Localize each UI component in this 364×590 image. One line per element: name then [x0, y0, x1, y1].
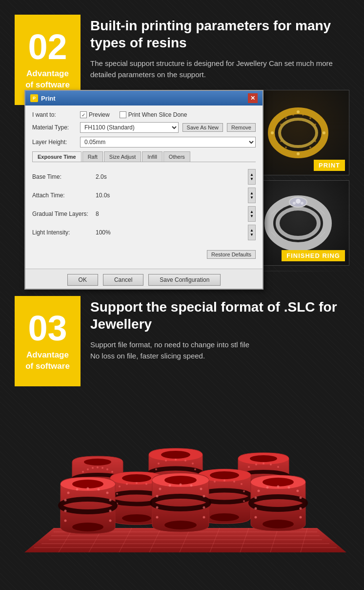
svg-point-139 [203, 516, 205, 519]
svg-point-64 [165, 460, 167, 462]
svg-point-76 [255, 464, 257, 465]
svg-point-137 [203, 506, 205, 509]
svg-point-110 [72, 523, 103, 531]
svg-point-65 [175, 459, 177, 461]
section-02-title: Built-in printing parameters for many ty… [90, 17, 349, 51]
remove-button[interactable]: Remove [227, 123, 256, 132]
param-attachtime-spinner[interactable]: ▲▼ [248, 188, 256, 203]
param-basetime-label: Base Time: [32, 173, 96, 180]
param-gradual-label: Gradual Time Layers: [32, 211, 96, 217]
svg-point-12 [309, 147, 311, 148]
svg-point-130 [169, 485, 171, 487]
svg-point-114 [76, 488, 79, 491]
layer-height-label: Layer Height: [32, 139, 76, 146]
svg-point-5 [323, 131, 325, 134]
tab-others[interactable]: Others [163, 151, 190, 162]
svg-point-17 [278, 209, 319, 238]
print-dialog: P Print ✕ I want to: ✓ Preview Print Whe… [24, 90, 263, 290]
svg-point-1 [280, 119, 317, 147]
print-label: PRINT [314, 160, 345, 171]
svg-point-20 [293, 202, 296, 205]
svg-point-142 [263, 520, 294, 528]
svg-point-46 [82, 471, 84, 473]
section-02-desc: The special support structure is designe… [90, 58, 349, 80]
print-when-done-checkbox[interactable]: Print When Slice Done [120, 111, 187, 118]
svg-point-21 [301, 202, 303, 205]
svg-point-79 [277, 466, 279, 468]
svg-point-136 [156, 506, 159, 509]
svg-point-11 [314, 140, 316, 142]
param-basetime-spinner[interactable]: ▲▼ [248, 169, 256, 185]
tab-size-adjust[interactable]: Size Adjust [104, 151, 141, 162]
svg-point-48 [92, 467, 94, 469]
svg-point-10 [314, 124, 316, 126]
material-select[interactable]: FH1100 (Standard) [80, 122, 179, 133]
tab-raft[interactable]: Raft [82, 151, 103, 162]
svg-point-90 [116, 493, 118, 495]
svg-point-121 [109, 510, 112, 512]
svg-point-149 [297, 490, 299, 492]
svg-point-2 [297, 110, 300, 113]
svg-point-87 [136, 482, 138, 484]
svg-point-45 [84, 459, 111, 465]
svg-point-51 [106, 468, 108, 470]
svg-point-47 [87, 468, 89, 470]
svg-point-105 [243, 490, 245, 492]
save-configuration-button[interactable]: Save Configuration [148, 274, 221, 286]
save-as-new-button[interactable]: Save As New [182, 123, 223, 132]
svg-point-100 [214, 481, 216, 483]
svg-point-97 [210, 471, 239, 479]
red-rings-svg [15, 386, 356, 567]
param-row-light: Light Intensity: 100% ▲▼ [32, 225, 256, 240]
svg-point-138 [156, 516, 159, 519]
section-03-desc: Support file format, no need to change i… [90, 339, 349, 361]
svg-point-52 [111, 471, 113, 473]
svg-point-116 [98, 488, 100, 491]
dialog-row-iwantto: I want to: ✓ Preview Print When Slice Do… [32, 111, 256, 118]
svg-point-135 [203, 495, 205, 498]
svg-point-69 [194, 468, 196, 470]
param-light-spinner[interactable]: ▲▼ [248, 225, 256, 240]
svg-point-8 [302, 114, 304, 116]
section-03-title: Support the special format of .SLC for J… [90, 298, 349, 333]
svg-point-126 [164, 521, 197, 529]
param-row-gradual: Gradual Time Layers: 8 ▲▼ [32, 206, 256, 222]
badge-label-02: Advantageof software [21, 68, 74, 90]
param-basetime-value: 2.0s [96, 173, 248, 180]
tab-exposure-time[interactable]: Exposure Time [32, 151, 81, 162]
preview-checkbox[interactable]: ✓ Preview [80, 111, 110, 118]
svg-point-68 [155, 468, 157, 470]
svg-point-117 [106, 492, 109, 494]
red-rings-area [15, 386, 349, 572]
svg-point-122 [64, 520, 67, 522]
ok-button[interactable]: OK [67, 274, 98, 286]
section-02-header: Built-in printing parameters for many ty… [90, 15, 349, 80]
svg-point-7 [292, 114, 294, 116]
param-gradual-spinner[interactable]: ▲▼ [248, 206, 256, 222]
svg-point-143 [263, 478, 294, 486]
tab-infill[interactable]: Infill [142, 151, 162, 162]
restore-defaults-button[interactable]: Restore Defaults [207, 250, 256, 259]
layer-height-select[interactable]: 0.05mm [80, 137, 256, 148]
svg-point-61 [161, 451, 190, 459]
badge-number-03: 03 [28, 311, 67, 346]
svg-point-15 [285, 147, 287, 148]
svg-point-85 [119, 485, 121, 487]
svg-point-129 [159, 488, 162, 490]
jewelry-print-ring-visual [266, 106, 330, 160]
svg-point-123 [109, 520, 112, 522]
param-attachtime-label: Attach Time: [32, 192, 96, 199]
svg-point-153 [300, 507, 302, 510]
dialog-close-button[interactable]: ✕ [248, 93, 258, 103]
dialog-body: I want to: ✓ Preview Print When Slice Do… [25, 105, 263, 269]
svg-point-73 [250, 455, 277, 462]
svg-point-77 [263, 463, 264, 464]
dialog-titlebar: P Print ✕ [25, 91, 263, 105]
section-02: 02 Advantageof software Built-in printin… [0, 0, 364, 271]
svg-point-88 [145, 483, 147, 485]
cancel-button[interactable]: Cancel [103, 274, 143, 286]
svg-point-148 [288, 486, 290, 489]
svg-point-127 [164, 476, 197, 485]
svg-point-3 [297, 152, 300, 155]
svg-point-67 [192, 463, 194, 464]
